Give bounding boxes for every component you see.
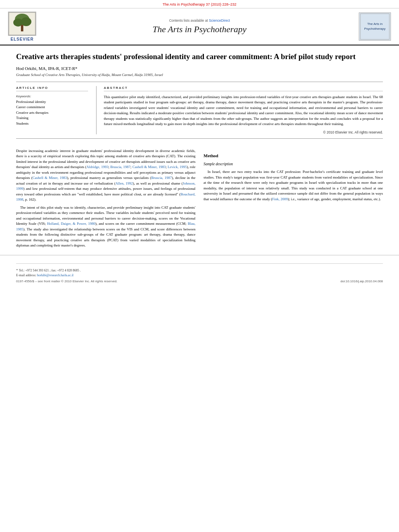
copyright-line: © 2010 Elsevier Inc. All rights reserved…	[104, 130, 383, 134]
ref-bruscia: Bruscia, 1987	[151, 176, 172, 180]
fax-number: +972 4 828 8685	[57, 269, 79, 272]
ref-holland: Holland, Daiger, & Power, 1980	[47, 222, 95, 226]
body-columns: Despite increasing academic interest in …	[0, 148, 399, 251]
elsevier-tree-image	[8, 12, 36, 36]
ref-blau: Blau, 1985	[16, 222, 195, 231]
article-title: Creative arts therapies students' profes…	[16, 52, 383, 62]
svg-text:The Arts in: The Arts in	[367, 22, 383, 26]
fax-label: ; fax:	[50, 269, 57, 272]
abstract-text: This quantitative pilot study identified…	[104, 94, 383, 127]
ref-fink: Fink, 2009	[272, 197, 288, 201]
journal-header: ELSEVIER Contents lists available at Sci…	[0, 8, 399, 45]
footer-contact: * Tel.: +972 544 393 621 ; fax: +972 4 8…	[16, 268, 383, 278]
svg-rect-4	[21, 25, 23, 31]
keyword-5: Students	[16, 121, 88, 127]
elsevier-logo-area: ELSEVIER	[4, 12, 40, 41]
body-right-column: Method Sample description In Israel, the…	[204, 148, 383, 251]
sample-subheading: Sample description	[204, 161, 383, 167]
method-heading: Method	[204, 152, 383, 159]
footer-bottom: 0197-4556/$ – see front matter © 2010 El…	[16, 279, 383, 283]
email-address: horkibi@research.haifa.ac.il	[37, 273, 74, 277]
article-info-abstract-section: ARTICLE INFO Keywords: Professional iden…	[16, 82, 383, 139]
issn-line: 0197-4556/$ – see front matter © 2010 El…	[16, 279, 117, 283]
article-footer: * Tel.: +972 544 393 621 ; fax: +972 4 8…	[0, 255, 399, 286]
ref-bruscia-1987: Bruscia, 1987	[110, 165, 130, 169]
ref-levick: Levick, 1995	[168, 165, 187, 169]
ref-johnson: Johnson, 1999	[16, 181, 195, 191]
svg-text:Psychotherapy: Psychotherapy	[364, 27, 386, 31]
keywords-label: Keywords:	[16, 94, 88, 98]
abstract-header: ABSTRACT	[104, 86, 383, 91]
journal-main-title: The Arts in Psychotherapy	[40, 24, 359, 35]
article-info-header: ARTICLE INFO	[16, 86, 88, 91]
author-line: Hod Orkibi, MA, IPA-R, ICET-R*	[16, 66, 383, 71]
keyword-1: Professional identity	[16, 99, 88, 105]
body-para-1: Despite increasing academic interest in …	[16, 148, 195, 203]
sciencedirect-link[interactable]: ScienceDirect	[209, 18, 230, 23]
svg-rect-6	[360, 13, 390, 40]
fax-dot: .	[80, 269, 81, 272]
body-para-2: The intent of this pilot study was to id…	[16, 205, 195, 249]
journal-right-logo: The Arts in Psychotherapy	[359, 12, 391, 41]
tel-label: Tel.:	[19, 269, 25, 272]
ref-bouchard: Bouchard, 1998	[16, 192, 195, 202]
journal-title-area: Contents lists available at ScienceDirec…	[40, 18, 359, 35]
affiliation-line: Graduate School of Creative Arts Therapi…	[16, 73, 383, 77]
journal-citation-bar: The Arts in Psychotherapy 37 (2010) 228–…	[0, 0, 399, 8]
article-area: Creative arts therapies students' profes…	[0, 45, 399, 148]
ref-aldridge: Aldridge, 1993	[86, 165, 109, 169]
contents-available-line: Contents lists available at ScienceDirec…	[40, 18, 359, 23]
ref-cashell-miner: Cashell & Miner, 1983	[33, 176, 67, 180]
svg-point-3	[21, 17, 31, 26]
abstract-column: ABSTRACT This quantitative pilot study i…	[97, 86, 383, 134]
article-info-column: ARTICLE INFO Keywords: Professional iden…	[16, 86, 97, 134]
ref-cashell-1983: Cashell & Miner, 1983	[132, 165, 166, 169]
tel-number: +972 544 393 621	[25, 269, 49, 272]
journal-citation: The Arts in Psychotherapy 37 (2010) 228–…	[162, 2, 237, 6]
ref-allen: Allen, 1992	[115, 181, 133, 185]
body-right-para-1: In Israel, there are two entry tracks in…	[204, 169, 383, 202]
doi-line: doi:10.1016/j.aip.2010.04.008	[341, 279, 383, 283]
elsevier-wordmark: ELSEVIER	[10, 37, 33, 41]
footer-divider	[16, 263, 383, 264]
page: The Arts in Psychotherapy 37 (2010) 228–…	[0, 0, 399, 532]
keyword-4: Training	[16, 115, 88, 121]
email-label: E-mail address:	[16, 273, 36, 277]
keyword-3: Creative arts therapies	[16, 110, 88, 116]
keywords-list: Professional identity Career commitment …	[16, 99, 88, 127]
body-left-column: Despite increasing academic interest in …	[16, 148, 195, 251]
keyword-2: Career commitment	[16, 105, 88, 110]
